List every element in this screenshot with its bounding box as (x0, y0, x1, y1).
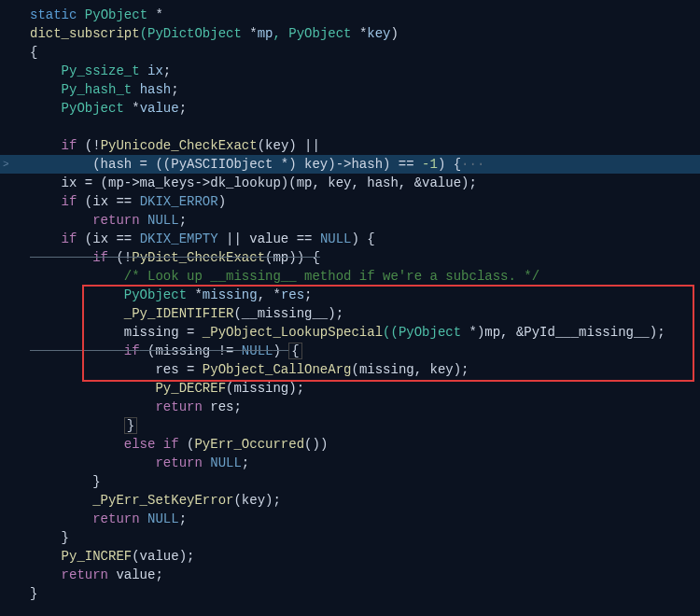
code-line: Py_hash_t hash; (0, 80, 700, 99)
token-function: Py_INCREF (30, 549, 132, 564)
token-punct: ; (179, 213, 187, 228)
token-brace: { (30, 45, 37, 60)
token-op: ) (391, 26, 399, 41)
token-function: PyUnicode_CheckExact (101, 138, 258, 153)
token-control: return (30, 455, 203, 470)
code-line: if (!PyUnicode_CheckExact(key) || (0, 136, 700, 155)
token-op: * (132, 101, 139, 116)
token-comment: /* Look up __missing__ method if we're a… (30, 269, 539, 284)
code-line: missing = _PyObject_LookupSpecial((PyObj… (0, 323, 700, 342)
code-line: if (ix == DKIX_ERROR) (0, 192, 700, 211)
token-punct: ; (304, 287, 312, 302)
token-control: else if (30, 437, 179, 452)
token-code: ) (273, 343, 288, 358)
code-line: if (!PyDict_CheckExact(mp)) { (0, 248, 700, 267)
code-line: } (0, 416, 700, 435)
token-punct: ; (179, 511, 187, 526)
token-brace: (mp)) { (265, 250, 320, 265)
code-line: return res; (0, 398, 700, 416)
token-function: _PyErr_SetKeyError (30, 493, 233, 508)
code-line: PyObject *value; (0, 99, 700, 118)
token-control: return (30, 511, 140, 526)
token-code (140, 213, 147, 228)
token-brace: } (30, 474, 101, 489)
token-type: PyObject (30, 101, 132, 116)
token-code: ()) (304, 437, 328, 452)
token-code (140, 511, 147, 526)
token-id: ix (147, 63, 163, 78)
code-line: return value; (0, 566, 700, 584)
code-line: } (0, 528, 700, 547)
token-function: dict_subscript (30, 26, 140, 41)
token-function: _PyObject_LookupSpecial (203, 325, 383, 340)
token-op: * (194, 287, 202, 302)
token-code: )mp, &PyId___missing__); (477, 325, 665, 340)
token-code: ( (179, 437, 195, 452)
token-code: || value == (218, 231, 320, 246)
token-code: ) key)->hash) == (288, 157, 422, 172)
code-line: _Py_IDENTIFIER(__missing__); (0, 304, 700, 323)
token-op: (! (77, 138, 100, 153)
token-code: ix = (mp->ma_keys->dk_lookup)(mp, key, h… (30, 175, 477, 190)
code-line: _PyErr_SetKeyError(key); (0, 491, 700, 510)
code-line-blank (0, 118, 700, 136)
token-op: * (273, 287, 280, 302)
code-editor[interactable]: static PyObject * dict_subscript(PyDictO… (0, 0, 700, 609)
token-op: * (469, 325, 477, 340)
token-type: Py_ssize_t (30, 63, 147, 78)
token-punct: ; (163, 63, 171, 78)
token-macro: NULL (147, 511, 179, 526)
token-id: hash (140, 82, 172, 97)
code-line: /* Look up __missing__ method if we're a… (0, 267, 700, 286)
token-control: return (30, 567, 108, 582)
token-code: ) (218, 194, 226, 209)
token-id: missing (203, 287, 258, 302)
token-type: ((PyObject (383, 325, 469, 340)
token-op: * (281, 157, 288, 172)
token-control: return (30, 213, 140, 228)
code-line: else if (PyErr_Occurred()) (0, 435, 700, 454)
token-code: (ix == (77, 231, 139, 246)
token-function: _Py_IDENTIFIER (30, 306, 233, 321)
token-code: missing = (30, 325, 203, 340)
token-brace-boxed: } (124, 417, 137, 434)
token-op: (! (108, 250, 132, 265)
fold-arrow-icon[interactable]: > (3, 155, 9, 174)
token-brace: } (30, 530, 69, 545)
code-line: return NULL; (0, 211, 700, 230)
token-code: (missing, key); (351, 362, 469, 377)
code-line: { (0, 43, 700, 62)
token-macro: DKIX_EMPTY (140, 231, 218, 246)
token-type: , PyObject (273, 26, 358, 41)
token-id: value (140, 101, 179, 116)
code-line: Py_ssize_t ix; (0, 62, 700, 80)
code-line: PyObject *missing, *res; (0, 286, 700, 304)
token-control: if (30, 138, 77, 153)
token-control: if (30, 231, 77, 246)
token-type: PyObject (77, 7, 155, 22)
token-function: PyDict_CheckExact (132, 250, 265, 265)
token-id: mp (258, 26, 273, 41)
token-control: if (30, 250, 108, 265)
token-id: res (281, 287, 304, 302)
code-line: dict_subscript(PyDictObject *mp, PyObjec… (0, 24, 700, 43)
token-op: * (155, 7, 162, 22)
token-macro: NULL (147, 213, 179, 228)
token-code: (key); (233, 493, 280, 508)
code-line: Py_INCREF(value); (0, 547, 700, 566)
token-folded[interactable]: ··· (461, 157, 484, 172)
token-code: (hash = ((PyASCIIObject (30, 157, 281, 172)
code-line: return NULL; (0, 510, 700, 528)
code-line: return NULL; (0, 454, 700, 472)
code-line: ix = (mp->ma_keys->dk_lookup)(mp, key, h… (0, 174, 700, 192)
token-control: if (30, 343, 140, 358)
token-brace-boxed: { (288, 343, 301, 359)
token-macro: NULL (210, 455, 242, 470)
code-line: if (ix == DKIX_EMPTY || value == NULL) { (0, 230, 700, 248)
code-line: static PyObject * (0, 6, 700, 24)
token-code: value; (108, 567, 163, 582)
code-line: res = PyObject_CallOneArg(missing, key); (0, 360, 700, 379)
code-line: } (0, 584, 700, 603)
code-line-highlighted: > (hash = ((PyASCIIObject *) key)->hash)… (0, 155, 700, 174)
token-op: * (249, 26, 257, 41)
